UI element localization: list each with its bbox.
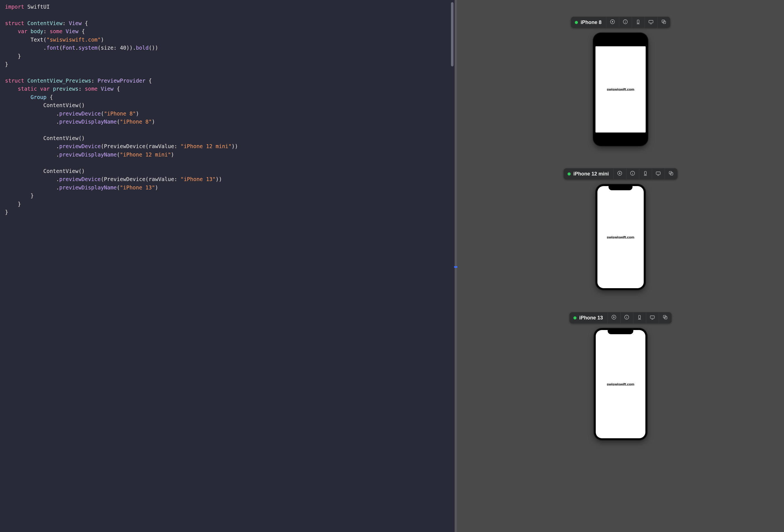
device-settings-button[interactable] bbox=[639, 168, 652, 179]
svg-rect-7 bbox=[649, 20, 653, 23]
status-dot-icon bbox=[573, 316, 577, 319]
inspect-icon bbox=[630, 170, 635, 177]
status-dot-icon bbox=[567, 172, 571, 175]
inspect-button[interactable] bbox=[619, 17, 632, 28]
device-notch bbox=[609, 186, 633, 190]
live-preview-button[interactable] bbox=[606, 17, 619, 28]
device-name: iPhone 8 bbox=[581, 20, 601, 25]
svg-rect-5 bbox=[637, 20, 639, 23]
duplicate-preview-icon bbox=[668, 170, 674, 177]
device-frame[interactable]: swiswiswift.com bbox=[593, 33, 648, 146]
preview-block: iPhone 8 swiswiswift.com bbox=[571, 17, 670, 146]
device-name: iPhone 12 mini bbox=[573, 171, 609, 177]
device-screen: swiswiswift.com bbox=[595, 46, 646, 133]
preview-on-device-button[interactable] bbox=[652, 168, 665, 179]
code-editor[interactable]: import SwiftUI struct ContentView: View … bbox=[0, 0, 455, 532]
device-frame[interactable]: swiswiswift.com bbox=[594, 328, 647, 440]
svg-rect-18 bbox=[656, 172, 661, 174]
device-frame[interactable]: swiswiswift.com bbox=[596, 185, 645, 290]
status-dot-icon bbox=[575, 21, 578, 24]
editor-scrollbar[interactable] bbox=[451, 2, 453, 66]
preview-on-device-icon bbox=[650, 314, 655, 321]
device-settings-button[interactable] bbox=[632, 17, 645, 28]
preview-block: iPhone 12 mini swiswiswift.com bbox=[564, 168, 677, 290]
app-text: swiswiswift.com bbox=[607, 382, 634, 386]
device-settings-icon bbox=[637, 314, 642, 321]
svg-marker-23 bbox=[614, 316, 615, 318]
inspect-button[interactable] bbox=[620, 312, 633, 323]
duplicate-preview-icon bbox=[661, 19, 667, 26]
duplicate-preview-button[interactable] bbox=[659, 312, 672, 323]
device-name: iPhone 13 bbox=[579, 315, 603, 321]
live-preview-icon bbox=[617, 170, 622, 177]
device-screen: swiswiswift.com bbox=[596, 330, 645, 438]
live-preview-icon bbox=[611, 314, 617, 321]
preview-device-label[interactable]: iPhone 13 bbox=[569, 313, 608, 323]
svg-marker-12 bbox=[619, 172, 621, 174]
duplicate-preview-icon bbox=[663, 314, 668, 321]
app-text: swiswiswift.com bbox=[607, 235, 634, 240]
svg-point-25 bbox=[627, 316, 627, 316]
preview-block: iPhone 13 swiswiswift.com bbox=[569, 312, 672, 440]
xcode-window: import SwiftUI struct ContentView: View … bbox=[0, 0, 784, 532]
duplicate-preview-button[interactable] bbox=[657, 17, 670, 28]
inspect-icon bbox=[622, 19, 628, 26]
preview-on-device-icon bbox=[648, 19, 654, 26]
preview-canvas[interactable]: iPhone 8 swiswiswift.com bbox=[457, 0, 784, 532]
device-screen: swiswiswift.com bbox=[597, 186, 644, 288]
svg-marker-1 bbox=[612, 21, 614, 23]
inspect-button[interactable] bbox=[626, 168, 639, 179]
preview-on-device-button[interactable] bbox=[646, 312, 659, 323]
preview-toolbar: iPhone 12 mini bbox=[564, 168, 677, 179]
live-preview-button[interactable] bbox=[613, 168, 626, 179]
duplicate-preview-button[interactable] bbox=[665, 168, 677, 179]
live-preview-icon bbox=[610, 19, 615, 26]
preview-on-device-button[interactable] bbox=[645, 17, 657, 28]
device-settings-icon bbox=[643, 170, 648, 177]
device-settings-button[interactable] bbox=[633, 312, 646, 323]
preview-toolbar: iPhone 8 bbox=[571, 17, 670, 28]
device-notch bbox=[608, 330, 634, 334]
device-settings-icon bbox=[635, 19, 641, 26]
preview-device-label[interactable]: iPhone 8 bbox=[571, 17, 606, 28]
live-preview-button[interactable] bbox=[608, 312, 620, 323]
svg-point-14 bbox=[633, 172, 633, 172]
app-text: swiswiswift.com bbox=[607, 87, 634, 91]
svg-rect-16 bbox=[645, 171, 646, 175]
preview-toolbar: iPhone 13 bbox=[569, 312, 672, 323]
svg-rect-27 bbox=[639, 315, 641, 318]
pane-splitter[interactable] bbox=[455, 0, 457, 532]
svg-rect-29 bbox=[650, 316, 654, 318]
preview-device-label[interactable]: iPhone 12 mini bbox=[564, 169, 613, 179]
inspect-icon bbox=[624, 314, 629, 321]
preview-on-device-icon bbox=[655, 170, 661, 177]
